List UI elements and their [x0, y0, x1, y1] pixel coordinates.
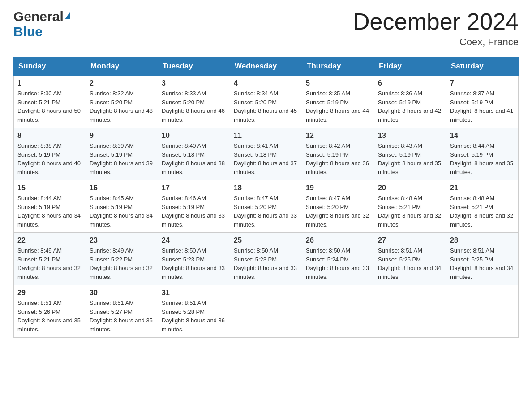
day-number: 8 — [17, 132, 82, 140]
day-info: Sunrise: 8:45 AMSunset: 5:19 PMDaylight:… — [90, 195, 153, 228]
day-number: 31 — [162, 289, 226, 297]
day-number: 5 — [306, 79, 370, 87]
logo: General Blue — [13, 9, 70, 39]
day-info: Sunrise: 8:34 AMSunset: 5:20 PMDaylight:… — [234, 90, 297, 123]
table-row: 1 Sunrise: 8:30 AMSunset: 5:21 PMDayligh… — [14, 76, 86, 128]
header-thursday: Thursday — [302, 57, 374, 76]
day-number: 21 — [450, 184, 515, 192]
title-section: December 2024 Coex, France — [353, 9, 519, 48]
header-tuesday: Tuesday — [158, 57, 230, 76]
table-row — [230, 285, 302, 338]
month-title: December 2024 — [353, 9, 519, 34]
table-row — [446, 285, 519, 338]
table-row: 25 Sunrise: 8:50 AMSunset: 5:23 PMDaylig… — [230, 233, 302, 285]
table-row: 21 Sunrise: 8:48 AMSunset: 5:21 PMDaylig… — [446, 180, 519, 233]
table-row: 29 Sunrise: 8:51 AMSunset: 5:26 PMDaylig… — [14, 285, 86, 338]
day-number: 12 — [306, 132, 370, 140]
table-row: 22 Sunrise: 8:49 AMSunset: 5:21 PMDaylig… — [14, 233, 86, 285]
day-number: 18 — [234, 184, 298, 192]
day-info: Sunrise: 8:32 AMSunset: 5:20 PMDaylight:… — [90, 90, 153, 123]
day-number: 3 — [162, 79, 226, 87]
table-row: 7 Sunrise: 8:37 AMSunset: 5:19 PMDayligh… — [446, 76, 519, 128]
day-number: 9 — [90, 132, 154, 140]
calendar-week-row: 8 Sunrise: 8:38 AMSunset: 5:19 PMDayligh… — [14, 128, 519, 180]
day-info: Sunrise: 8:40 AMSunset: 5:18 PMDaylight:… — [162, 142, 225, 176]
day-number: 10 — [162, 132, 226, 140]
table-row: 2 Sunrise: 8:32 AMSunset: 5:20 PMDayligh… — [86, 76, 158, 128]
day-number: 7 — [450, 79, 515, 87]
day-number: 24 — [162, 236, 226, 244]
table-row: 30 Sunrise: 8:51 AMSunset: 5:27 PMDaylig… — [86, 285, 158, 338]
table-row: 5 Sunrise: 8:35 AMSunset: 5:19 PMDayligh… — [302, 76, 374, 128]
day-number: 30 — [90, 289, 154, 297]
calendar-week-row: 29 Sunrise: 8:51 AMSunset: 5:26 PMDaylig… — [14, 285, 519, 338]
day-number: 11 — [234, 132, 298, 140]
day-info: Sunrise: 8:35 AMSunset: 5:19 PMDaylight:… — [306, 90, 369, 123]
day-info: Sunrise: 8:51 AMSunset: 5:27 PMDaylight:… — [90, 300, 153, 333]
day-info: Sunrise: 8:51 AMSunset: 5:26 PMDaylight:… — [17, 300, 81, 333]
calendar-week-row: 1 Sunrise: 8:30 AMSunset: 5:21 PMDayligh… — [14, 76, 519, 128]
day-number: 16 — [90, 184, 154, 192]
table-row: 12 Sunrise: 8:42 AMSunset: 5:19 PMDaylig… — [302, 128, 374, 180]
table-row: 11 Sunrise: 8:41 AMSunset: 5:18 PMDaylig… — [230, 128, 302, 180]
table-row: 24 Sunrise: 8:50 AMSunset: 5:23 PMDaylig… — [158, 233, 230, 285]
table-row: 17 Sunrise: 8:46 AMSunset: 5:19 PMDaylig… — [158, 180, 230, 233]
day-info: Sunrise: 8:48 AMSunset: 5:21 PMDaylight:… — [450, 195, 513, 228]
day-info: Sunrise: 8:46 AMSunset: 5:19 PMDaylight:… — [162, 195, 225, 228]
day-number: 15 — [17, 184, 82, 192]
day-info: Sunrise: 8:50 AMSunset: 5:23 PMDaylight:… — [162, 247, 225, 280]
day-number: 13 — [378, 132, 442, 140]
day-info: Sunrise: 8:37 AMSunset: 5:19 PMDaylight:… — [450, 90, 513, 123]
location: Coex, France — [353, 36, 519, 48]
day-number: 26 — [306, 236, 370, 244]
table-row: 31 Sunrise: 8:51 AMSunset: 5:28 PMDaylig… — [158, 285, 230, 338]
logo-triangle-icon — [65, 12, 70, 19]
day-info: Sunrise: 8:47 AMSunset: 5:20 PMDaylight:… — [306, 195, 369, 228]
logo-line-general: General — [13, 9, 70, 24]
table-row: 6 Sunrise: 8:36 AMSunset: 5:19 PMDayligh… — [374, 76, 446, 128]
table-row: 28 Sunrise: 8:51 AMSunset: 5:25 PMDaylig… — [446, 233, 519, 285]
table-row: 15 Sunrise: 8:44 AMSunset: 5:19 PMDaylig… — [14, 180, 86, 233]
page-header: General Blue December 2024 Coex, France — [13, 9, 519, 48]
table-row: 4 Sunrise: 8:34 AMSunset: 5:20 PMDayligh… — [230, 76, 302, 128]
table-row: 13 Sunrise: 8:43 AMSunset: 5:19 PMDaylig… — [374, 128, 446, 180]
day-info: Sunrise: 8:51 AMSunset: 5:25 PMDaylight:… — [450, 247, 513, 280]
table-row: 16 Sunrise: 8:45 AMSunset: 5:19 PMDaylig… — [86, 180, 158, 233]
day-number: 22 — [17, 236, 82, 244]
day-info: Sunrise: 8:44 AMSunset: 5:19 PMDaylight:… — [450, 142, 513, 176]
table-row: 9 Sunrise: 8:39 AMSunset: 5:19 PMDayligh… — [86, 128, 158, 180]
table-row: 19 Sunrise: 8:47 AMSunset: 5:20 PMDaylig… — [302, 180, 374, 233]
calendar-week-row: 22 Sunrise: 8:49 AMSunset: 5:21 PMDaylig… — [14, 233, 519, 285]
day-info: Sunrise: 8:48 AMSunset: 5:21 PMDaylight:… — [378, 195, 441, 228]
header-sunday: Sunday — [14, 57, 86, 76]
day-info: Sunrise: 8:49 AMSunset: 5:21 PMDaylight:… — [17, 247, 81, 280]
table-row: 23 Sunrise: 8:49 AMSunset: 5:22 PMDaylig… — [86, 233, 158, 285]
day-info: Sunrise: 8:44 AMSunset: 5:19 PMDaylight:… — [17, 195, 81, 228]
table-row: 18 Sunrise: 8:47 AMSunset: 5:20 PMDaylig… — [230, 180, 302, 233]
header-monday: Monday — [86, 57, 158, 76]
day-number: 20 — [378, 184, 442, 192]
table-row: 3 Sunrise: 8:33 AMSunset: 5:20 PMDayligh… — [158, 76, 230, 128]
day-info: Sunrise: 8:30 AMSunset: 5:21 PMDaylight:… — [17, 90, 81, 123]
header-wednesday: Wednesday — [230, 57, 302, 76]
day-number: 25 — [234, 236, 298, 244]
day-number: 23 — [90, 236, 154, 244]
day-info: Sunrise: 8:42 AMSunset: 5:19 PMDaylight:… — [306, 142, 369, 176]
day-info: Sunrise: 8:36 AMSunset: 5:19 PMDaylight:… — [378, 90, 441, 123]
table-row — [302, 285, 374, 338]
day-number: 4 — [234, 79, 298, 87]
day-info: Sunrise: 8:47 AMSunset: 5:20 PMDaylight:… — [234, 195, 297, 228]
day-info: Sunrise: 8:39 AMSunset: 5:19 PMDaylight:… — [90, 142, 153, 176]
logo-general-text: General — [13, 9, 64, 24]
day-info: Sunrise: 8:49 AMSunset: 5:22 PMDaylight:… — [90, 247, 153, 280]
day-number: 29 — [17, 289, 82, 297]
day-info: Sunrise: 8:50 AMSunset: 5:23 PMDaylight:… — [234, 247, 297, 280]
table-row: 20 Sunrise: 8:48 AMSunset: 5:21 PMDaylig… — [374, 180, 446, 233]
day-info: Sunrise: 8:51 AMSunset: 5:25 PMDaylight:… — [378, 247, 441, 280]
day-number: 1 — [17, 79, 82, 87]
day-info: Sunrise: 8:50 AMSunset: 5:24 PMDaylight:… — [306, 247, 369, 280]
day-number: 19 — [306, 184, 370, 192]
header-friday: Friday — [374, 57, 446, 76]
day-info: Sunrise: 8:51 AMSunset: 5:28 PMDaylight:… — [162, 300, 225, 333]
day-info: Sunrise: 8:41 AMSunset: 5:18 PMDaylight:… — [234, 142, 297, 176]
